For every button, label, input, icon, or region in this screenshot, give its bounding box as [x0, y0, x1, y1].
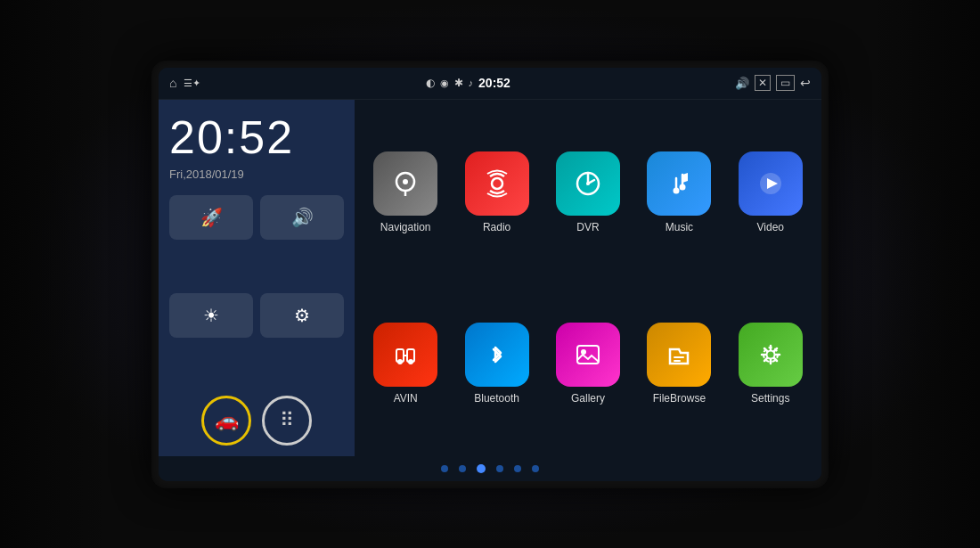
app-avin[interactable]: AVIN	[365, 323, 445, 405]
widget-grid: 🚀 🔊 ☀ ⚙	[169, 195, 344, 385]
svg-point-1	[403, 179, 408, 184]
indicator-dot-3	[477, 464, 486, 473]
app-radio[interactable]: Radio	[456, 151, 536, 233]
dark-overlay-left	[0, 0, 107, 548]
location-icon: ◉	[440, 78, 449, 89]
left-panel: 20:52 Fri,2018/01/19 🚀 🔊 ☀ ⚙ 🚗 ⠿	[159, 100, 355, 456]
bluetooth-label: Bluetooth	[474, 392, 519, 405]
apps-row-1: Navigation	[365, 114, 811, 271]
indicator-dot-2	[459, 465, 466, 472]
app-dvr[interactable]: DVR	[548, 151, 628, 233]
video-label: Video	[757, 221, 784, 233]
app-music[interactable]: Music	[639, 151, 719, 233]
app-navigation[interactable]: Navigation	[365, 151, 445, 233]
app-video[interactable]: Video	[731, 151, 811, 233]
status-bar-center: ◐ ◉ ✱ ♪ 20:52	[426, 76, 510, 90]
indicator-dot-1	[441, 465, 448, 472]
app-bluetooth[interactable]: Bluetooth	[456, 323, 536, 405]
status-bar-right: 🔊 ✕ ▭ ↩	[735, 75, 811, 91]
settings-icon	[739, 323, 803, 387]
indicator-bar	[159, 456, 821, 481]
svg-point-13	[408, 359, 413, 364]
car-frame: ⌂ ☰✦ ◐ ◉ ✱ ♪ 20:52 🔊 ✕ ▭ ↩	[0, 0, 980, 548]
settings-label: Settings	[751, 392, 789, 405]
status-bar: ⌂ ☰✦ ◐ ◉ ✱ ♪ 20:52 🔊 ✕ ▭ ↩	[159, 68, 821, 100]
bluetooth-icon	[465, 323, 529, 387]
apps-button[interactable]: ⠿	[262, 396, 312, 446]
dvr-icon	[556, 151, 620, 216]
audio-icon: ♪	[469, 78, 474, 88]
screen: ⌂ ☰✦ ◐ ◉ ✱ ♪ 20:52 🔊 ✕ ▭ ↩	[159, 68, 821, 481]
svg-rect-17	[674, 360, 681, 362]
menu-icon[interactable]: ☰✦	[184, 78, 200, 89]
svg-point-15	[581, 349, 586, 355]
widget-rocket[interactable]: 🚀	[169, 195, 253, 240]
car-button[interactable]: 🚗	[201, 396, 251, 446]
bottom-widgets: 🚗 ⠿	[169, 396, 344, 446]
gallery-icon	[556, 323, 620, 387]
svg-point-3	[492, 178, 502, 189]
widget-tune[interactable]: ⚙	[260, 293, 344, 338]
radio-label: Radio	[483, 221, 510, 233]
svg-point-12	[397, 359, 403, 364]
sleep-icon: ◐	[426, 77, 435, 89]
screen-bezel: ⌂ ☰✦ ◐ ◉ ✱ ♪ 20:52 🔊 ✕ ▭ ↩	[151, 61, 829, 488]
widget-volume[interactable]: 🔊	[260, 195, 344, 240]
indicator-dot-6	[532, 465, 539, 472]
status-bar-left: ⌂ ☰✦	[169, 76, 200, 90]
volume-icon[interactable]: 🔊	[735, 77, 749, 90]
app-settings[interactable]: Settings	[731, 323, 811, 405]
app-gallery[interactable]: Gallery	[548, 323, 628, 405]
home-icon[interactable]: ⌂	[169, 76, 176, 90]
window-icon[interactable]: ▭	[776, 75, 795, 91]
clock-display: 20:52	[169, 110, 344, 164]
filebrowse-icon	[647, 323, 711, 387]
music-icon	[647, 151, 711, 216]
indicator-dot-5	[514, 465, 521, 472]
back-icon[interactable]: ↩	[800, 76, 811, 90]
gallery-label: Gallery	[571, 392, 605, 405]
avin-icon	[373, 323, 437, 387]
app-filebrowse[interactable]: FileBrowse	[639, 323, 719, 405]
status-time: 20:52	[478, 76, 510, 90]
navigation-label: Navigation	[380, 221, 431, 233]
apps-row-2: AVIN Bluetooth	[365, 285, 811, 442]
radio-icon	[465, 151, 529, 216]
svg-rect-14	[577, 346, 599, 364]
music-label: Music	[666, 221, 693, 233]
main-content: 20:52 Fri,2018/01/19 🚀 🔊 ☀ ⚙ 🚗 ⠿	[159, 100, 821, 456]
dvr-label: DVR	[576, 221, 599, 233]
svg-point-5	[586, 182, 590, 185]
widget-brightness[interactable]: ☀	[169, 293, 253, 338]
svg-rect-16	[674, 356, 684, 358]
svg-point-6	[674, 187, 680, 193]
indicator-dot-4	[496, 465, 503, 472]
navigation-icon	[373, 151, 437, 216]
date-display: Fri,2018/01/19	[169, 168, 344, 181]
filebrowse-label: FileBrowse	[653, 392, 706, 405]
avin-label: AVIN	[394, 392, 418, 405]
video-icon	[739, 151, 803, 216]
bluetooth-status-icon: ✱	[454, 77, 463, 89]
right-panel: Navigation	[355, 100, 821, 456]
dark-overlay-right	[873, 0, 980, 548]
svg-point-7	[680, 184, 686, 190]
close-icon[interactable]: ✕	[755, 75, 771, 91]
